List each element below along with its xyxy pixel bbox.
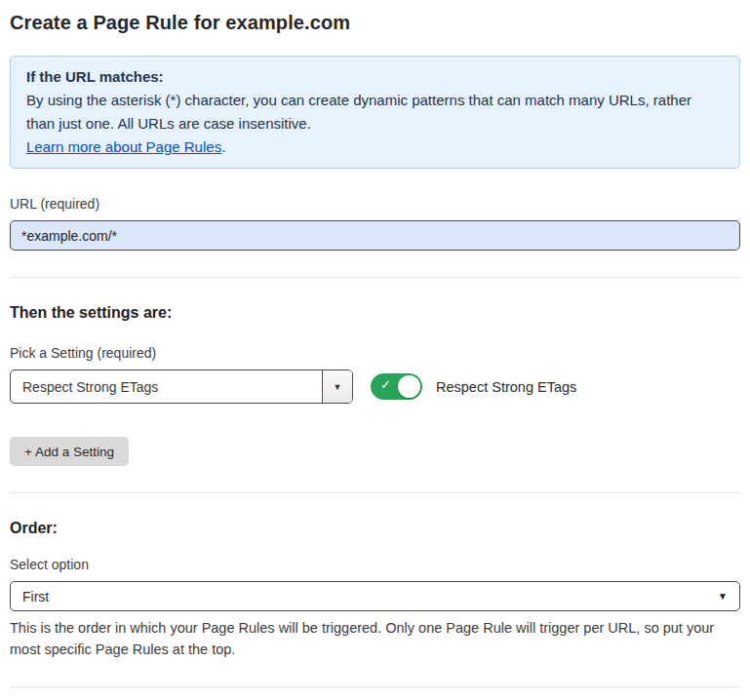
chevron-down-icon: ▼ <box>718 591 728 602</box>
learn-more-link[interactable]: Learn more about Page Rules <box>26 138 221 155</box>
order-section-heading: Order: <box>10 520 740 537</box>
order-select-label: Select option <box>10 557 740 572</box>
divider <box>10 686 740 687</box>
setting-toggle-label: Respect Strong ETags <box>436 379 576 395</box>
info-box-heading: If the URL matches: <box>26 65 724 89</box>
setting-select-value: Respect Strong ETags <box>11 379 322 395</box>
add-setting-button[interactable]: + Add a Setting <box>10 437 129 466</box>
info-box-link-line: Learn more about Page Rules. <box>26 136 724 159</box>
setting-select[interactable]: Respect Strong ETags ▼ <box>10 369 353 404</box>
setting-row: Respect Strong ETags ▼ ✓ Respect Strong … <box>10 369 740 404</box>
check-icon: ✓ <box>380 378 391 391</box>
order-select-value: First <box>22 589 49 604</box>
link-suffix: . <box>221 138 225 155</box>
page-title: Create a Page Rule for example.com <box>10 12 740 34</box>
url-label: URL (required) <box>10 196 740 212</box>
info-box-body: By using the asterisk (*) character, you… <box>26 89 724 136</box>
order-select[interactable]: First ▼ <box>10 581 740 611</box>
divider <box>10 492 740 493</box>
setting-toggle[interactable]: ✓ <box>371 373 422 400</box>
order-help-text: This is the order in which your Page Rul… <box>10 617 740 660</box>
url-match-info-box: If the URL matches: By using the asteris… <box>10 56 740 169</box>
toggle-knob <box>398 375 420 398</box>
caret-down-icon: ▼ <box>334 382 342 392</box>
create-page-rule-form: Create a Page Rule for example.com If th… <box>0 0 750 700</box>
setting-select-caret-button[interactable]: ▼ <box>322 370 352 403</box>
setting-picker-label: Pick a Setting (required) <box>10 345 740 361</box>
url-input[interactable] <box>10 220 740 251</box>
divider <box>10 277 740 278</box>
settings-section-heading: Then the settings are: <box>10 304 740 322</box>
add-setting-wrap: + Add a Setting <box>10 437 740 466</box>
